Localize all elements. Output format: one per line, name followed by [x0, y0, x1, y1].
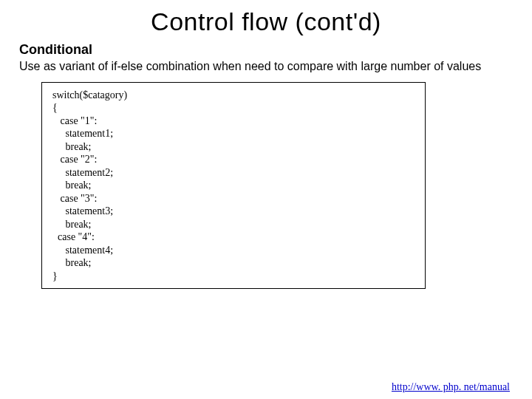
slide-title: Control flow (cont'd): [0, 7, 532, 36]
description-text: Use as variant of if-else combination wh…: [19, 59, 513, 75]
slide: Control flow (cont'd) Conditional Use as…: [0, 7, 532, 399]
code-block: switch($catagory) { case "1": statement1…: [41, 82, 426, 290]
footer-link[interactable]: http://www. php. net/manual: [392, 381, 510, 393]
subheading-conditional: Conditional: [19, 42, 532, 58]
